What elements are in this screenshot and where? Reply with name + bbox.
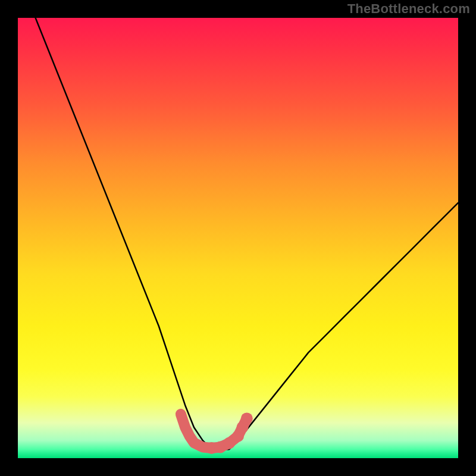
valley-marker (181, 412, 253, 454)
valley-marker-dot (241, 412, 253, 424)
chart-plot-area (18, 18, 458, 458)
chart-frame: TheBottleneck.com (0, 0, 476, 476)
chart-svg (18, 18, 458, 458)
bottleneck-curve (36, 18, 458, 449)
watermark-text: TheBottleneck.com (347, 1, 470, 17)
